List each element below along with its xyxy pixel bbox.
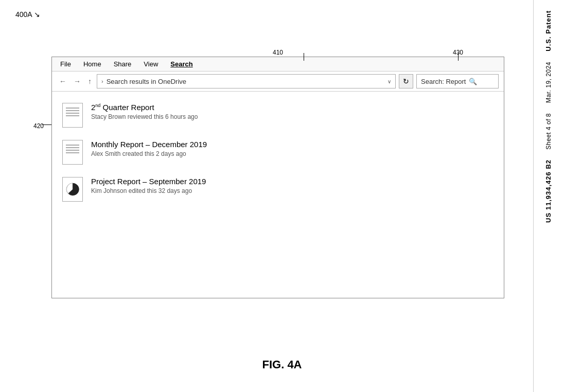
menu-file[interactable]: File bbox=[60, 60, 71, 68]
refresh-icon: ↻ bbox=[403, 77, 409, 85]
patent-title: U.S. Patent bbox=[544, 10, 553, 51]
search-box[interactable]: Search: Report 🔍 bbox=[416, 74, 499, 88]
explorer-window: File Home Share View Search ← → ↑ › Sear… bbox=[51, 57, 504, 298]
dropdown-icon: ∨ bbox=[387, 79, 391, 84]
search-icon: 🔍 bbox=[469, 78, 477, 85]
patent-date: Mar. 19, 2024 bbox=[544, 62, 553, 103]
menu-bar: File Home Share View Search bbox=[52, 57, 504, 72]
file-info-3: Project Report – September 2019 Kim John… bbox=[91, 177, 206, 194]
file-icon-2 bbox=[62, 140, 83, 165]
address-bar[interactable]: › Search results in OneDrive ∨ bbox=[97, 74, 396, 88]
file-info-2: Monthly Report – December 2019 Alex Smit… bbox=[91, 140, 207, 157]
annotation-line-420 bbox=[42, 124, 51, 125]
list-item[interactable]: Monthly Report – December 2019 Alex Smit… bbox=[52, 134, 504, 171]
refresh-button[interactable]: ↻ bbox=[399, 74, 413, 88]
content-area: 2nd Quarter Report Stacy Brown reviewed … bbox=[52, 92, 504, 213]
menu-home[interactable]: Home bbox=[83, 60, 101, 68]
menu-search[interactable]: Search bbox=[170, 60, 192, 68]
search-box-text: Search: Report bbox=[421, 78, 466, 85]
menu-share[interactable]: Share bbox=[114, 60, 132, 68]
list-item[interactable]: Project Report – September 2019 Kim John… bbox=[52, 171, 504, 208]
patent-sidebar: U.S. Patent Mar. 19, 2024 Sheet 4 of 8 U… bbox=[533, 0, 564, 392]
file-name-2: Monthly Report – December 2019 bbox=[91, 140, 207, 149]
diagram-label-400a: 400A ↘ bbox=[15, 10, 40, 19]
file-name-3: Project Report – September 2019 bbox=[91, 177, 206, 186]
back-button[interactable]: ← bbox=[57, 76, 68, 86]
annotation-410: 410 bbox=[273, 49, 283, 56]
annotation-420: 420 bbox=[33, 122, 44, 130]
list-item[interactable]: 2nd Quarter Report Stacy Brown reviewed … bbox=[52, 97, 504, 134]
file-info-1: 2nd Quarter Report Stacy Brown reviewed … bbox=[91, 103, 198, 120]
file-meta-2: Alex Smith created this 2 days ago bbox=[91, 150, 207, 157]
address-chevron: › bbox=[101, 78, 103, 84]
file-meta-1: Stacy Brown reviewed this 6 hours ago bbox=[91, 113, 198, 120]
forward-button[interactable]: → bbox=[72, 76, 83, 86]
file-meta-3: Kim Johnson edited this 32 days ago bbox=[91, 187, 206, 194]
patent-sheet: Sheet 4 of 8 bbox=[544, 113, 553, 150]
arrow-indicator: ↘ bbox=[34, 10, 40, 19]
pie-chart-icon bbox=[65, 182, 80, 197]
file-icon-3 bbox=[62, 177, 83, 202]
toolbar: ← → ↑ › Search results in OneDrive ∨ ↻ S… bbox=[52, 72, 504, 92]
patent-number: US 11,934,426 B2 bbox=[544, 159, 553, 223]
file-name-1: 2nd Quarter Report bbox=[91, 103, 198, 112]
menu-view[interactable]: View bbox=[144, 60, 158, 68]
figure-caption: FIG. 4A bbox=[262, 358, 302, 371]
up-button[interactable]: ↑ bbox=[86, 76, 94, 86]
file-icon-1 bbox=[62, 103, 83, 128]
label-text: 400A bbox=[15, 10, 32, 19]
address-text: Search results in OneDrive bbox=[107, 78, 384, 85]
annotation-line-430 bbox=[458, 53, 459, 61]
annotation-line-410 bbox=[304, 53, 304, 61]
